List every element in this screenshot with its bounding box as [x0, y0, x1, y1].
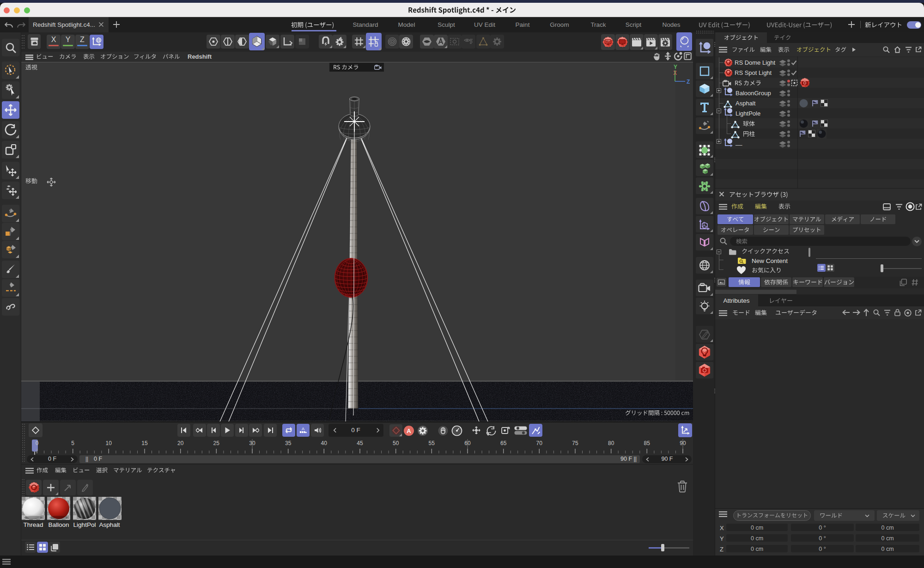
svg-text:15: 15 — [141, 440, 148, 446]
svg-text:A: A — [302, 427, 304, 431]
svg-text:70: 70 — [536, 440, 543, 446]
svg-text:85: 85 — [644, 440, 650, 446]
svg-text:20: 20 — [177, 440, 184, 446]
svg-text:A: A — [407, 428, 411, 434]
svg-text:10: 10 — [106, 440, 112, 446]
svg-text:75: 75 — [572, 440, 578, 446]
svg-text:35: 35 — [285, 440, 292, 446]
svg-text:80: 80 — [608, 440, 614, 446]
svg-text:25: 25 — [213, 440, 220, 446]
svg-text:40: 40 — [321, 440, 328, 446]
svg-text:Y: Y — [674, 64, 677, 70]
svg-text:5: 5 — [71, 440, 74, 446]
svg-text:65: 65 — [500, 440, 507, 446]
svg-text:55: 55 — [429, 440, 435, 446]
svg-text:Z: Z — [687, 79, 690, 85]
svg-text:0: 0 — [36, 440, 39, 446]
svg-text:RV: RV — [606, 40, 611, 43]
svg-text:50: 50 — [393, 440, 399, 446]
svg-text:45: 45 — [357, 440, 363, 446]
